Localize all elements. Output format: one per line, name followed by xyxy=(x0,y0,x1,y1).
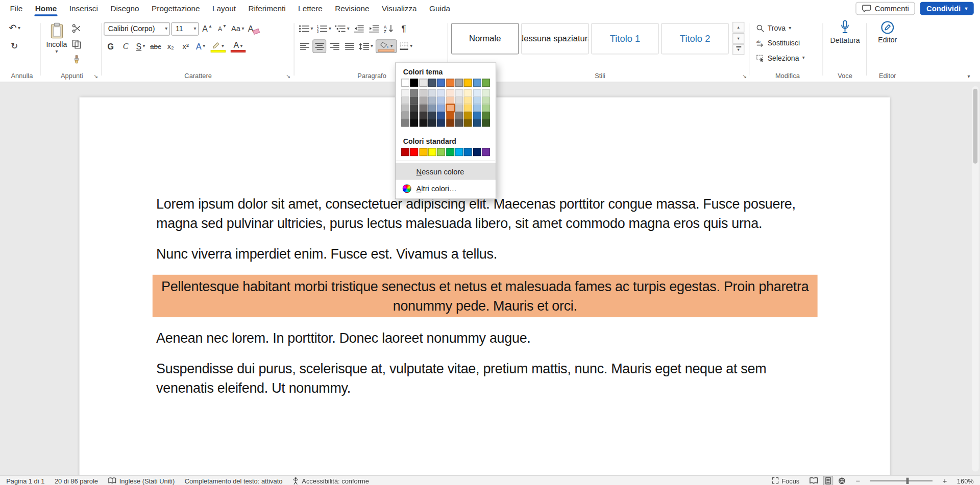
tab-home[interactable]: Home xyxy=(29,0,63,17)
theme-color-swatch[interactable] xyxy=(446,79,454,87)
theme-color-swatch[interactable] xyxy=(401,79,409,87)
superscript-button[interactable]: x² xyxy=(179,39,192,53)
color-variant-swatch[interactable] xyxy=(437,104,445,112)
standard-color-swatch[interactable] xyxy=(482,148,490,156)
color-variant-swatch[interactable] xyxy=(446,97,454,105)
paragraph[interactable]: Lorem ipsum dolor sit amet, consectetuer… xyxy=(156,194,814,233)
font-name-combo[interactable]: Calibri (Corpo) xyxy=(104,22,170,35)
color-variant-swatch[interactable] xyxy=(419,97,427,105)
zoom-slider[interactable] xyxy=(870,480,933,481)
tab-revisione[interactable]: Revisione xyxy=(329,0,376,17)
carattere-dialog-launcher[interactable] xyxy=(284,72,292,80)
underline-button[interactable]: S xyxy=(134,39,148,53)
color-variant-swatch[interactable] xyxy=(473,104,481,112)
zoom-out-button[interactable]: − xyxy=(855,476,860,485)
color-variant-swatch[interactable] xyxy=(401,104,409,112)
show-formatting-button[interactable]: ¶ xyxy=(397,22,411,36)
tab-layout[interactable]: Layout xyxy=(206,0,242,17)
replace-button[interactable]: ab Sostituisci xyxy=(752,36,822,50)
style-titolo-2[interactable]: Titolo 2 xyxy=(662,23,729,54)
color-variant-swatch[interactable] xyxy=(464,112,472,119)
color-variant-swatch[interactable] xyxy=(437,112,445,119)
standard-color-swatch[interactable] xyxy=(437,148,445,156)
color-variant-swatch[interactable] xyxy=(437,89,445,97)
sort-button[interactable]: AZ xyxy=(382,22,396,36)
gallery-row-down-button[interactable] xyxy=(732,33,744,44)
color-variant-swatch[interactable] xyxy=(464,104,472,112)
theme-color-swatch[interactable] xyxy=(437,79,445,87)
zoom-level[interactable]: 160% xyxy=(957,477,974,484)
color-variant-swatch[interactable] xyxy=(410,97,419,105)
color-variant-swatch[interactable] xyxy=(446,112,454,119)
theme-color-swatch[interactable] xyxy=(455,79,463,87)
standard-color-swatch[interactable] xyxy=(464,148,472,156)
word-count[interactable]: 20 di 86 parole xyxy=(55,477,98,484)
color-variant-swatch[interactable] xyxy=(464,119,472,127)
style-normale[interactable]: Normale xyxy=(451,23,519,54)
color-variant-swatch[interactable] xyxy=(437,119,445,127)
multilevel-list-button[interactable] xyxy=(334,22,351,36)
color-variant-swatch[interactable] xyxy=(473,89,481,97)
shading-button[interactable] xyxy=(376,39,397,53)
standard-color-swatch[interactable] xyxy=(401,148,409,156)
color-variant-swatch[interactable] xyxy=(410,89,419,97)
highlighted-paragraph[interactable]: Pellentesque habitant morbi tristique se… xyxy=(153,275,818,317)
tab-riferimenti[interactable]: Riferimenti xyxy=(242,0,292,17)
highlight-color-button[interactable] xyxy=(209,39,228,53)
paragraph[interactable]: Aenean nec lorem. In porttitor. Donec la… xyxy=(156,328,814,348)
strikethrough-button[interactable]: abc xyxy=(149,39,162,53)
gallery-more-button[interactable] xyxy=(732,44,744,55)
color-variant-swatch[interactable] xyxy=(437,97,445,105)
redo-button[interactable]: ↻ xyxy=(8,39,21,53)
color-variant-swatch[interactable] xyxy=(428,89,436,97)
select-button[interactable]: Seleziona xyxy=(752,50,822,65)
bullets-button[interactable] xyxy=(298,22,314,36)
theme-color-swatch[interactable] xyxy=(428,79,436,87)
no-color-item[interactable]: Nessun colore xyxy=(396,163,496,180)
color-variant-swatch[interactable] xyxy=(410,112,419,119)
tab-disegno[interactable]: Disegno xyxy=(104,0,145,17)
color-variant-swatch[interactable] xyxy=(446,89,454,97)
appunti-dialog-launcher[interactable] xyxy=(92,72,100,80)
read-mode-button[interactable] xyxy=(810,477,818,484)
color-variant-swatch[interactable] xyxy=(446,119,454,127)
standard-color-swatch[interactable] xyxy=(419,148,427,156)
shrink-font-button[interactable]: A xyxy=(215,22,229,36)
font-size-combo[interactable]: 11 xyxy=(172,22,199,35)
standard-color-swatch[interactable] xyxy=(473,148,481,156)
color-variant-swatch[interactable] xyxy=(464,89,472,97)
color-variant-swatch[interactable] xyxy=(401,112,409,119)
theme-color-swatch[interactable] xyxy=(482,79,490,87)
cut-button[interactable] xyxy=(69,21,83,35)
italic-button[interactable]: C xyxy=(119,39,133,53)
color-variant-swatch[interactable] xyxy=(482,97,490,105)
paragraph[interactable]: Nunc viverra imperdiet enim. Fusce est. … xyxy=(156,244,814,264)
tab-progettazione[interactable]: Progettazione xyxy=(145,0,206,17)
color-variant-swatch[interactable] xyxy=(473,112,481,119)
color-variant-swatch[interactable] xyxy=(419,112,427,119)
collapse-ribbon-button[interactable] xyxy=(967,74,970,80)
comments-button[interactable]: Commenti xyxy=(855,2,915,15)
undo-button[interactable]: ↶ xyxy=(8,21,22,35)
paste-button[interactable]: Incolla xyxy=(44,19,70,66)
tab-guida[interactable]: Guida xyxy=(423,0,456,17)
color-variant-swatch[interactable] xyxy=(401,97,409,105)
color-variant-swatch[interactable] xyxy=(401,89,409,97)
dictate-button[interactable]: Dettatura xyxy=(825,17,865,45)
grow-font-button[interactable]: A xyxy=(200,22,214,36)
scrollbar-thumb[interactable] xyxy=(973,89,978,164)
theme-color-swatch[interactable] xyxy=(419,79,427,87)
color-variant-swatch[interactable] xyxy=(410,104,419,112)
numbering-button[interactable]: 123 xyxy=(315,22,332,36)
color-variant-swatch[interactable] xyxy=(428,112,436,119)
text-effects-button[interactable]: A xyxy=(194,39,208,53)
borders-button[interactable] xyxy=(398,39,414,53)
tab-lettere[interactable]: Lettere xyxy=(292,0,329,17)
zoom-slider-thumb[interactable] xyxy=(906,477,909,483)
color-variant-swatch[interactable] xyxy=(419,104,427,112)
standard-color-swatch[interactable] xyxy=(428,148,436,156)
theme-color-swatch[interactable] xyxy=(464,79,472,87)
color-variant-swatch[interactable] xyxy=(464,97,472,105)
clear-formatting-button[interactable]: A xyxy=(247,22,261,36)
color-variant-swatch[interactable] xyxy=(428,97,436,105)
